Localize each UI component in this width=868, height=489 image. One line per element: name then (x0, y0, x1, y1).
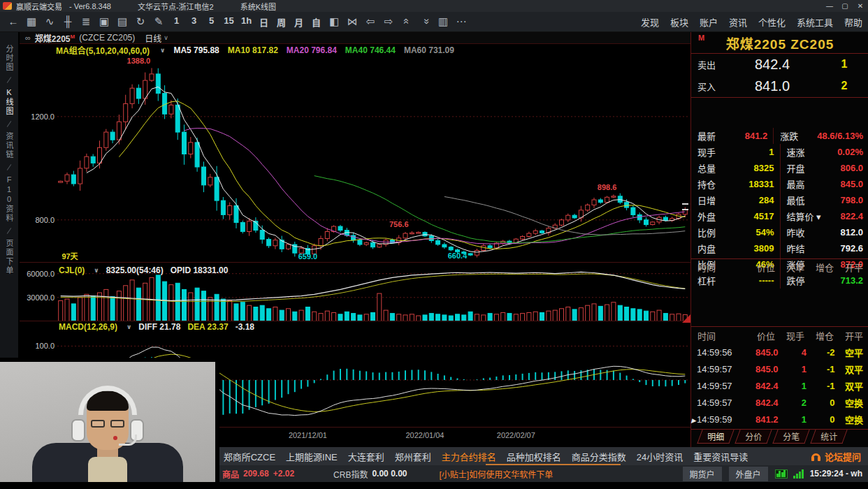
quote-label: 昨收 (781, 226, 824, 239)
link-icon: ∞ (25, 34, 31, 42)
page-left-icon[interactable]: ⇦ (361, 15, 379, 28)
market-tab-商品分类指数[interactable]: 商品分类指数 (572, 450, 626, 463)
page-right-icon[interactable]: ⇨ (379, 15, 398, 28)
menu-item-板块[interactable]: 板块 (670, 15, 688, 29)
combo-chart-icon[interactable]: ▣ (95, 15, 113, 28)
main-candlestick-chart[interactable] (57, 56, 688, 261)
trend-line-icon[interactable]: ∿ (41, 15, 59, 28)
bid-row: 买入841.02 (691, 75, 868, 96)
period-button-3[interactable]: 3 (185, 15, 203, 29)
menu-item-帮助[interactable]: 帮助 (844, 15, 862, 29)
market-tab-上期能源INE[interactable]: 上期能源INE (286, 450, 338, 463)
overseas-account-button[interactable]: 外盘户 (729, 467, 768, 481)
close-button[interactable]: ✕ (853, 2, 868, 10)
menu-item-账户[interactable]: 账户 (700, 15, 718, 29)
chevron-down-icon[interactable]: ∨ (126, 323, 131, 330)
tab-明细[interactable]: 明细 (697, 430, 734, 444)
chevron-down-icon[interactable]: ∨ (160, 47, 165, 54)
market-monitor-icon[interactable] (775, 469, 788, 479)
main-toolbar: ←▦∿╫≣▣▤↻✎ 135151h日周月自 ◧⋈⇦⇨««▥⋯ 发现板块账户资讯个… (0, 12, 868, 32)
grid-layout-icon[interactable]: ▥ (434, 15, 452, 28)
tab-分价[interactable]: 分价 (735, 430, 772, 444)
symbol-name[interactable]: 郑煤2205M (35, 32, 75, 44)
period-button-5[interactable]: 5 (203, 15, 220, 29)
quote-pair: 内盘3809 (691, 240, 780, 256)
save-icon[interactable]: ▤ (113, 15, 131, 28)
period-button-1h[interactable]: 1h (238, 15, 255, 29)
trade-time: 14:59:57 (691, 397, 750, 408)
futures-account-button[interactable]: 期货户 (683, 467, 722, 481)
signal-strength-icon (793, 469, 804, 479)
macd-indicator-bar: MACD(12,26,9)∨DIFF 21.78DEA 23.37-3.18 (59, 321, 261, 332)
maximize-button[interactable]: ▢ (837, 2, 853, 10)
period-button-15[interactable]: 15 (220, 15, 238, 29)
quote-pair: 持仓18331 (691, 176, 780, 192)
refresh-icon[interactable]: ↻ (131, 15, 150, 28)
table-row: 14:59:57842.420空换 (691, 394, 868, 411)
quote-value: 845.0 (824, 179, 868, 189)
header-cell: 时间 (691, 261, 746, 274)
zoom-in-icon[interactable]: « (416, 15, 434, 28)
market-tab-大连套利[interactable]: 大连套利 (348, 450, 384, 463)
period-button-月[interactable]: 月 (290, 15, 308, 29)
market-tab-重要资讯导读[interactable]: 重要资讯导读 (693, 450, 748, 463)
period-button-日[interactable]: 日 (255, 15, 273, 29)
market-tab-品种加权排名[interactable]: 品种加权排名 (507, 450, 561, 463)
menu-item-系统工具[interactable]: 系统工具 (797, 15, 833, 29)
sidebar-item-资讯链[interactable]: 资讯链 (3, 132, 15, 159)
quote-board-icon[interactable]: ▦ (22, 15, 41, 28)
macd-label[interactable]: MACD(12,26,9) (59, 322, 117, 332)
menu-item-发现[interactable]: 发现 (641, 15, 659, 29)
quote-row: 现手1速涨0.02% (691, 144, 868, 160)
market-tab-主力合约排名[interactable]: 主力合约排名 (442, 450, 496, 463)
chevron-down-icon[interactable]: ∨ (164, 34, 168, 41)
invert-colors-icon[interactable]: ◧ (325, 15, 343, 28)
ask-row: 卖出842.41 (691, 54, 868, 75)
chevron-down-icon[interactable]: ∨ (94, 267, 99, 274)
quote-label: 最新 (691, 129, 735, 143)
more-icon[interactable]: ⋯ (452, 15, 470, 28)
cjl-label[interactable]: CJL(0) (59, 265, 85, 275)
trade-volume: 1 (779, 414, 807, 425)
multi-kline-icon[interactable]: ≣ (77, 15, 95, 28)
header-cell: 价位 (746, 261, 775, 274)
period-button-自[interactable]: 自 (308, 15, 325, 29)
menu-item-个性化[interactable]: 个性化 (758, 15, 786, 29)
sidebar-item-F10资料[interactable]: F10资料 (3, 175, 15, 223)
quote-pair: 最新841.2 (691, 128, 773, 144)
trade-price: 845.0 (750, 364, 779, 374)
forum-link[interactable]: 论坛提问 (825, 450, 861, 463)
draw-line-icon[interactable]: ✎ (150, 15, 168, 28)
market-tab-郑商所CZCE[interactable]: 郑商所CZCE (224, 450, 275, 463)
back-icon[interactable]: ← (4, 15, 22, 28)
headphone-icon (811, 453, 820, 460)
quote-value: 798.0 (824, 195, 868, 205)
more-icon: ⋯ (456, 15, 467, 27)
sidebar-item-分时图[interactable]: 分时图 (3, 45, 15, 72)
market-tab-24小时资讯[interactable]: 24小时资讯 (637, 450, 683, 463)
sidebar-item-页面下单[interactable]: 页面下单 (3, 239, 15, 275)
period-button-周[interactable]: 周 (273, 15, 290, 29)
compress-kline-icon[interactable]: ⋈ (343, 15, 361, 28)
tab-分笔[interactable]: 分笔 (772, 430, 809, 444)
period-button-1[interactable]: 1 (168, 15, 185, 29)
zoom-out-icon[interactable]: « (398, 15, 416, 28)
y-axis-label: 30000.0 (21, 293, 55, 302)
ma-combo-label[interactable]: MA组合(5,10,20,40,60,0) (56, 44, 150, 56)
tab-统计[interactable]: 统计 (810, 430, 847, 444)
market-tab-郑州套利[interactable]: 郑州套利 (395, 450, 431, 463)
quote-label[interactable]: 结算价 ▾ (781, 210, 824, 223)
quote-value: 713.2 (824, 275, 868, 286)
tip-link[interactable]: [小贴士]如何使用文华软件下单 (439, 468, 553, 480)
minimize-button[interactable]: — (822, 2, 837, 10)
candlestick-icon[interactable]: ╫ (59, 15, 77, 28)
trade-volume: 4 (779, 347, 807, 358)
app-title: 赢顺云端交易 (16, 1, 62, 12)
quote-label: 速涨 (781, 145, 824, 159)
quote-pair: 结算价 ▾822.4 (780, 208, 868, 224)
symbol-bar: ∞ 郑煤2205M (CZCE ZC205) 日线 ∨ (20, 32, 690, 44)
header-cell: 大单 (775, 261, 804, 274)
menu-item-资讯[interactable]: 资讯 (729, 15, 747, 29)
sidebar-item-K线图[interactable]: K线图 (3, 88, 15, 116)
period-selector[interactable]: 日线 (145, 32, 161, 44)
